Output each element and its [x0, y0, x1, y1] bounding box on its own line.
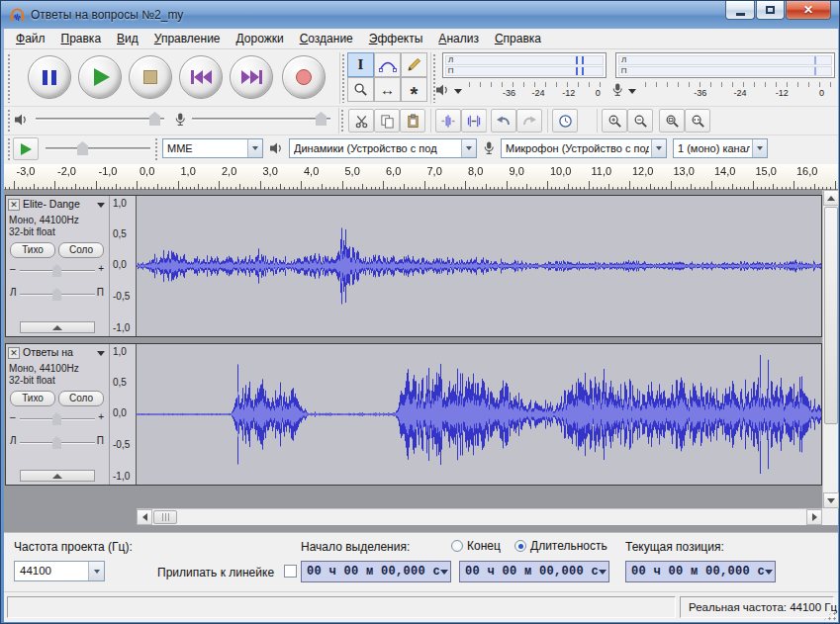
solo-button[interactable]: Соло	[58, 391, 104, 406]
solo-button[interactable]: Соло	[58, 242, 104, 258]
track-2-control-panel[interactable]: ✕ Ответы на Моно, 44100Hz 32-bit float Т…	[6, 344, 109, 485]
mute-button[interactable]: Тихо	[10, 391, 55, 406]
timeline-ruler[interactable]: -3,0-2,0-1,00,01,02,03,04,05,06,07,08,09…	[4, 164, 838, 190]
fit-selection-button[interactable]	[659, 109, 685, 133]
recording-meter[interactable]: Л П	[615, 52, 835, 78]
pan-thumb[interactable]	[52, 288, 61, 301]
menu-view[interactable]: Вид	[109, 30, 146, 48]
track-2-waveform[interactable]	[137, 344, 821, 485]
playback-speed-slider[interactable]	[46, 139, 150, 157]
selection-length-field[interactable]: 00 ч 00 м 00,000 с	[459, 561, 609, 582]
menu-effects[interactable]: Эффекты	[361, 30, 431, 48]
track-title-menu[interactable]: Ответы на	[23, 346, 106, 360]
zoom-out-button[interactable]	[627, 109, 653, 133]
track-collapse-button[interactable]	[20, 470, 95, 482]
menu-edit[interactable]: Правка	[53, 30, 110, 48]
track-1-waveform[interactable]	[137, 196, 821, 336]
close-button[interactable]: ✕	[786, 1, 831, 20]
meter-dropdown-icon[interactable]	[454, 89, 462, 94]
track-1-vertical-ruler[interactable]: 1,0 0,5 0,0 -0,5 -1,0	[109, 196, 137, 336]
zoom-in-button[interactable]	[602, 109, 627, 133]
scroll-right-button[interactable]	[806, 509, 822, 525]
edit-toolbar-grip[interactable]	[340, 109, 345, 133]
timeshift-tool-button[interactable]: ↔	[374, 77, 401, 102]
cut-button[interactable]	[348, 109, 374, 133]
menu-help[interactable]: Справка	[487, 30, 549, 48]
audio-host-dropdown[interactable]: MME	[162, 138, 263, 158]
minimize-button[interactable]	[725, 1, 755, 20]
undo-button[interactable]	[491, 109, 516, 133]
gain-thumb[interactable]	[52, 264, 61, 277]
menu-transport[interactable]: Управление	[146, 30, 229, 48]
track-2-vertical-ruler[interactable]: 1,0 0,5 0,0 -0,5 -1,0	[109, 344, 137, 485]
chevron-down-icon[interactable]	[440, 570, 448, 575]
paste-button[interactable]	[400, 109, 425, 133]
chevron-down-icon[interactable]	[599, 570, 607, 575]
track-close-button[interactable]: ✕	[8, 199, 20, 211]
dropdown-button[interactable]	[461, 139, 476, 157]
transport-toolbar-grip[interactable]	[7, 53, 12, 103]
draw-tool-button[interactable]	[401, 52, 427, 77]
pan-slider[interactable]	[20, 287, 95, 303]
copy-button[interactable]	[374, 109, 400, 133]
gain-slider[interactable]	[20, 263, 95, 279]
track-close-button[interactable]: ✕	[8, 347, 20, 359]
track-1-control-panel[interactable]: ✕ Elite- Dange Моно, 44100Hz 32-bit floa…	[6, 196, 109, 336]
scroll-left-button[interactable]	[137, 509, 152, 525]
silence-audio-button[interactable]	[461, 109, 487, 133]
chevron-down-icon[interactable]	[765, 570, 773, 575]
menu-file[interactable]: Файл	[8, 30, 53, 48]
position-field[interactable]: 00 ч 00 м 00,000 с	[625, 561, 776, 582]
maximize-button[interactable]	[756, 1, 785, 20]
tools-toolbar-grip[interactable]	[341, 53, 346, 103]
input-volume-thumb[interactable]	[316, 112, 327, 126]
record-button[interactable]	[282, 55, 326, 99]
dropdown-button[interactable]	[752, 139, 767, 157]
zoom-tool-button[interactable]	[347, 77, 374, 102]
track-collapse-button[interactable]	[20, 321, 95, 333]
play-at-speed-button[interactable]	[13, 137, 39, 160]
input-device-dropdown[interactable]: Микрофон (Устройство с под	[501, 138, 667, 158]
playback-speed-thumb[interactable]	[77, 141, 88, 155]
skip-to-end-button[interactable]	[230, 55, 273, 99]
output-volume-thumb[interactable]	[149, 112, 160, 126]
multi-tool-button[interactable]: *	[401, 77, 427, 102]
playback-meter[interactable]: Л П	[442, 52, 607, 78]
gain-slider[interactable]	[20, 411, 95, 427]
dropdown-button[interactable]	[247, 139, 262, 157]
titlebar[interactable]: Ответы на вопросы №2_my ✕	[1, 1, 839, 29]
radio-length[interactable]: Длительность	[514, 539, 607, 553]
stop-button[interactable]	[129, 55, 172, 99]
menu-analyze[interactable]: Анализ	[430, 30, 487, 48]
timer-button[interactable]	[552, 109, 578, 133]
project-rate-combobox[interactable]: 44100	[14, 561, 105, 581]
gain-thumb[interactable]	[52, 412, 61, 425]
play-button[interactable]	[78, 55, 122, 99]
selection-start-field[interactable]: 00 ч 00 м 00,000 с	[301, 561, 451, 582]
pan-thumb[interactable]	[52, 436, 61, 449]
vertical-scroll-thumb[interactable]	[824, 207, 838, 424]
trim-audio-button[interactable]	[435, 109, 461, 133]
dropdown-button[interactable]	[88, 562, 104, 580]
menu-tracks[interactable]: Дорожки	[229, 30, 292, 48]
menu-generate[interactable]: Создание	[292, 30, 361, 48]
skip-to-start-button[interactable]	[179, 55, 223, 99]
transcription-toolbar-grip[interactable]	[7, 137, 12, 161]
meter-dropdown-icon[interactable]	[628, 89, 636, 94]
dropdown-button[interactable]	[651, 139, 666, 157]
radio-end[interactable]: Конец	[451, 539, 501, 553]
input-volume-slider[interactable]	[192, 110, 330, 128]
mixer-toolbar-grip[interactable]	[7, 109, 12, 133]
input-channels-dropdown[interactable]: 1 (моно) канал за	[673, 138, 768, 158]
scroll-up-button[interactable]	[823, 190, 839, 206]
output-device-dropdown[interactable]: Динамики (Устройство с под	[289, 138, 477, 158]
snap-to-checkbox[interactable]	[284, 565, 297, 578]
horizontal-scrollbar[interactable]	[137, 508, 822, 525]
scroll-down-button[interactable]	[823, 492, 839, 508]
mute-button[interactable]: Тихо	[10, 242, 55, 258]
track-title-menu[interactable]: Elite- Dange	[23, 198, 106, 212]
pan-slider[interactable]	[20, 435, 95, 451]
horizontal-scroll-thumb[interactable]	[153, 510, 177, 524]
redo-button[interactable]	[516, 109, 542, 133]
selection-tool-button[interactable]: I	[347, 52, 374, 77]
